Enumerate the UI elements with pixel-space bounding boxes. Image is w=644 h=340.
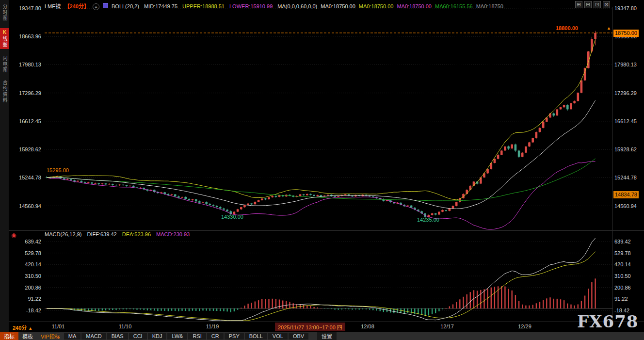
macd-tick-left: 310.50 [25,273,41,279]
time-axis-label: 12/08 [361,324,374,329]
symbol-name: LME镍 [45,3,61,9]
last-price-marker: 18750.00 [613,30,639,37]
bottom-toolbar: 指标 模板 VIP指标 MAMACDBIASCCIKDJLW&RSICRPSYB… [0,332,644,340]
macd-legend: MACD(26,12,9) DIFF:639.42 DEA:523.96 MAC… [45,231,193,237]
layout-columns-icon[interactable]: ⊡ [594,1,601,8]
kline-rest: 线图 [2,36,7,48]
selected-candle-time: 2025/11/27 13:00~17:00 四 [275,323,345,331]
macd-tick-right: 420.14 [614,261,631,267]
boll-upper-value: UPPER:18988.51 [182,3,225,9]
boll-mid-value: MID:17449.75 [144,3,177,9]
left-sidebar: 分时图 K线图 闪电图 合约资料 [0,0,9,340]
price-tick-right: 14560.94 [614,203,637,209]
indicator-button-ma[interactable]: MA [64,333,81,340]
indicator-button-psy[interactable]: PSY [225,333,244,340]
sidebar-tab-contract-info[interactable]: 合约资料 [0,80,8,103]
macd-tick-right: 200.86 [614,285,631,291]
price-tick-left: 17980.13 [19,62,41,67]
time-axis-label: 11/19 [206,324,219,329]
sidebar-tab-kline[interactable]: K线图 [0,28,9,49]
tab-template[interactable]: 模板 [18,332,37,340]
panel-expand-icon[interactable]: ⊠ [603,1,610,8]
trading-app-window: 19347.8019347.8018663.9618663.9617980.13… [0,0,644,340]
time-axis-label: 12/29 [518,324,531,329]
macd-tick-right: 529.78 [614,250,631,256]
annotation-early-high: 15295.00 [47,167,69,173]
ma-group-label: MA(0,0,0,60,0,0) [277,3,317,9]
ma-values: MA0:18750.00MA0:18750.00MA0:18750.00MA60… [321,3,508,9]
ma-value: MA60:16155.56 [435,3,473,9]
candlestick-series [46,31,596,220]
macd-tick-left: 200.86 [25,285,41,291]
macd-hist-value: MACD:230.93 [156,231,190,237]
period-selector[interactable]: 240分▲ [13,324,32,331]
gridlines [45,8,612,310]
ma-value: MA0:18750.00 [397,3,432,9]
price-tick-left: 17296.29 [19,90,41,96]
ma-value: MA0:18750. [476,3,505,9]
reference-price-marker: 14834.78 [613,191,639,198]
macd-settings-icon[interactable]: ◉ [11,232,16,239]
indicator-button-cci[interactable]: CCI [129,333,147,340]
price-tick-left: 15244.78 [19,175,41,180]
macd-histogram [46,278,596,316]
macd-tick-left: 420.14 [25,261,41,267]
macd-dea-value: DEA:523.96 [122,231,151,237]
macd-tick-right: 91.22 [614,296,628,302]
price-tick-left: 19347.80 [19,5,41,11]
layout-rows-icon[interactable]: ⊟ [584,1,592,8]
boll-upper-line [47,40,595,200]
price-tick-left: 15928.62 [19,146,41,152]
ma60-line [47,159,595,201]
period-text: 240分 [13,325,27,331]
indicator-button-rsi[interactable]: RSI [188,333,206,340]
indicator-button-kdj[interactable]: KDJ [148,333,167,340]
time-axis-label: 11/10 [119,324,132,329]
indicator-button-obv[interactable]: OBV [289,333,308,340]
sidebar-tab-lightning[interactable]: 闪电图 [0,56,8,73]
price-tick-left: 14560.94 [19,203,41,209]
arrow-up-icon: ▲ [607,26,611,31]
boll-label: BOLL(20,2) [112,3,139,9]
macd-tick-left: 529.78 [25,250,41,256]
kline-accent: K [2,30,7,36]
price-tick-right: 15928.62 [614,146,637,152]
price-tick-left: 18663.96 [19,33,41,39]
indicator-button-vol[interactable]: VOL [268,333,288,340]
ma-value: MA0:18750.00 [359,3,394,9]
price-tick-right: 16612.45 [614,118,637,124]
indicator-button-lw[interactable]: LW& [167,333,187,340]
indicator-icon[interactable] [103,3,108,8]
macd-tick-left: 639.42 [25,239,41,244]
period-menu-icon[interactable]: ≡ [93,3,99,10]
sidebar-tab-intraday[interactable]: 分时图 [0,4,8,21]
indicator-button-cr[interactable]: CR [207,333,224,340]
time-axis-label: 11/01 [52,324,65,329]
annotation-low-dec17: 14235.00 [417,217,439,223]
settings-button[interactable]: 设置 [317,332,337,340]
indicator-button-boll[interactable]: BOLL [245,333,267,340]
price-tick-right: 17980.13 [614,62,637,67]
price-chart-canvas[interactable]: 19347.8019347.8018663.9618663.9617980.13… [0,0,644,340]
indicator-button-bias[interactable]: BIAS [107,333,128,340]
brand-watermark: FX678 [577,312,639,331]
axis-tick-labels: 19347.8019347.8018663.9618663.9617980.13… [19,5,637,313]
window-layout-controls: ⊞ ⊟ ⊡ ⊠ [575,1,610,8]
period-label: 【240分】 [64,3,89,9]
macd-dea-line [47,252,595,321]
tab-vip-indicator[interactable]: VIP指标 [37,332,64,340]
macd-tick-left: 91.22 [28,296,41,302]
tab-indicator[interactable]: 指标 [0,332,18,340]
annotation-low-nov19: 14330.00 [221,214,243,220]
layout-grid-icon[interactable]: ⊞ [575,1,582,8]
price-tick-right: 17296.29 [614,90,637,96]
macd-params: MACD(26,12,9) [45,231,81,237]
macd-tick-left: -18.42 [26,308,41,313]
price-tick-left: 16612.45 [19,118,41,124]
indicator-buttons: MAMACDBIASCCIKDJLW&RSICRPSYBOLLVOLOBV [64,333,309,340]
time-axis-label: 12/17 [440,324,454,329]
macd-tick-right: 639.42 [614,239,631,244]
boll-lower-value: LOWER:15910.99 [229,3,273,9]
macd-tick-right: 310.50 [614,273,631,279]
indicator-button-macd[interactable]: MACD [81,333,106,340]
